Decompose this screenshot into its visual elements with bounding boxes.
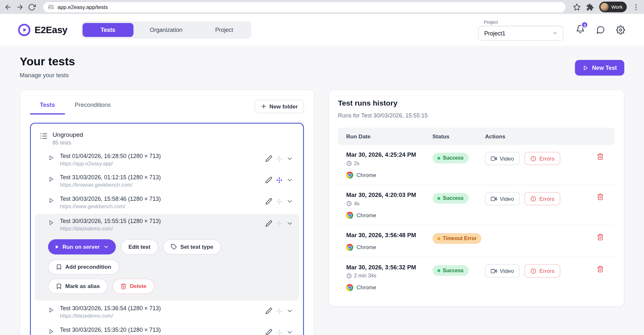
chevron-down-icon[interactable] bbox=[286, 198, 293, 205]
play-icon bbox=[55, 245, 59, 249]
test-group: Ungrouped 85 tests Test 01/04/2026, 16:2… bbox=[30, 123, 304, 335]
delete-run-icon[interactable] bbox=[597, 193, 604, 200]
video-button[interactable]: Video bbox=[485, 192, 520, 205]
chevron-down-icon[interactable] bbox=[103, 244, 109, 250]
toolbar-right: Work bbox=[573, 2, 640, 12]
chrome-icon bbox=[346, 172, 353, 179]
runs-table-header: Run Date Status Actions bbox=[338, 128, 615, 145]
play-icon[interactable] bbox=[48, 198, 54, 204]
tab-tests[interactable]: Tests bbox=[30, 98, 65, 115]
new-test-button[interactable]: New Test bbox=[575, 60, 624, 75]
url-text: app.e2easy.app/tests bbox=[58, 4, 108, 10]
run-row: Mar 30, 2026, 3:56:48 PM Chrome Timeout … bbox=[338, 225, 615, 257]
avatar bbox=[601, 3, 609, 11]
project-select[interactable]: Project1 bbox=[478, 26, 564, 41]
run-on-server-button[interactable]: Run on server bbox=[48, 239, 116, 255]
video-button[interactable]: Video bbox=[485, 152, 520, 165]
status-dot-icon bbox=[437, 237, 440, 240]
selected-test-block: Test 30/03/2026, 15:55:15 (1280 × 713) h… bbox=[35, 214, 299, 301]
reload-icon[interactable] bbox=[28, 3, 36, 11]
profile-chip[interactable]: Work bbox=[599, 2, 627, 12]
new-folder-button[interactable]: New folder bbox=[255, 99, 304, 113]
chrome-icon bbox=[346, 244, 353, 251]
notification-badge: 3 bbox=[581, 21, 588, 28]
errors-button[interactable]: Errors bbox=[525, 264, 560, 277]
runs-title: Test runs history bbox=[338, 99, 615, 107]
bookmark-icon bbox=[56, 264, 62, 270]
run-browser-label: Chrome bbox=[356, 172, 376, 178]
play-icon[interactable] bbox=[48, 307, 54, 313]
add-precondition-button[interactable]: Add precondition bbox=[48, 259, 119, 275]
play-icon[interactable] bbox=[48, 219, 54, 226]
run-browser-label: Chrome bbox=[356, 244, 376, 250]
play-icon[interactable] bbox=[48, 176, 54, 182]
url-bar[interactable]: app.e2easy.app/tests bbox=[43, 2, 566, 12]
nav-tab-project[interactable]: Project bbox=[199, 23, 250, 37]
test-title: Test 30/03/2026, 15:36:54 (1280 × 713) bbox=[60, 305, 265, 312]
alert-icon bbox=[530, 155, 536, 162]
browser-menu-icon[interactable] bbox=[632, 3, 640, 11]
test-url: https://app.e2easy.app/ bbox=[60, 161, 265, 167]
edit-icon[interactable] bbox=[265, 155, 272, 162]
test-title: Test 30/03/2026, 15:55:15 (1280 × 713) bbox=[60, 218, 265, 224]
nav-tab-organization[interactable]: Organization bbox=[133, 23, 199, 37]
brand-logo[interactable]: E2Easy bbox=[18, 24, 67, 36]
errors-button[interactable]: Errors bbox=[525, 152, 560, 165]
extensions-icon[interactable] bbox=[586, 3, 594, 11]
chevron-down-icon[interactable] bbox=[286, 307, 293, 314]
sparkle-icon[interactable] bbox=[276, 198, 282, 204]
site-settings-icon[interactable] bbox=[48, 4, 54, 10]
forward-icon[interactable] bbox=[16, 3, 24, 11]
app-header: E2Easy Tests Organization Project Projec… bbox=[0, 14, 644, 46]
group-header[interactable]: Ungrouped 85 tests bbox=[35, 128, 299, 149]
test-title: Test 30/03/2026, 15:58:46 (1280 × 713) bbox=[60, 195, 265, 202]
status-dot-icon bbox=[437, 269, 440, 272]
notifications-button[interactable]: 3 bbox=[576, 25, 585, 35]
edit-icon[interactable] bbox=[265, 176, 272, 183]
test-url: https://browser.geekbench.com/ bbox=[60, 182, 265, 188]
sparkle-icon[interactable] bbox=[276, 308, 282, 314]
sparkle-icon[interactable] bbox=[276, 177, 282, 183]
delete-test-button[interactable]: Delete bbox=[113, 279, 155, 294]
play-icon[interactable] bbox=[48, 155, 54, 161]
back-icon[interactable] bbox=[4, 3, 12, 11]
test-item[interactable]: Test 01/04/2026, 16:28:50 (1280 × 713) h… bbox=[35, 149, 299, 170]
edit-icon[interactable] bbox=[265, 329, 272, 335]
chevron-down-icon[interactable] bbox=[286, 329, 293, 335]
test-item-selected[interactable]: Test 30/03/2026, 15:55:15 (1280 × 713) h… bbox=[35, 214, 299, 235]
status-badge: Success bbox=[432, 265, 469, 276]
chevron-down-icon[interactable] bbox=[286, 155, 293, 162]
column-run-date: Run Date bbox=[338, 133, 432, 139]
gear-icon[interactable] bbox=[616, 25, 625, 34]
test-item[interactable]: Test 31/03/2026, 01:12:15 (1280 × 713) h… bbox=[35, 170, 299, 191]
screen: app.e2easy.app/tests Work E2Easy bbox=[0, 0, 644, 335]
set-test-type-button[interactable]: Set test type bbox=[163, 239, 221, 255]
test-item[interactable]: Test 30/03/2026, 15:35:20 (1280 × 713) h… bbox=[35, 323, 299, 335]
run-browser-label: Chrome bbox=[356, 284, 376, 291]
errors-button[interactable]: Errors bbox=[525, 192, 560, 205]
list-icon bbox=[40, 132, 48, 140]
edit-icon[interactable] bbox=[265, 307, 272, 314]
chevron-down-icon[interactable] bbox=[286, 176, 293, 183]
delete-run-icon[interactable] bbox=[597, 153, 604, 160]
delete-run-icon[interactable] bbox=[597, 265, 604, 273]
sparkle-icon[interactable] bbox=[276, 220, 282, 227]
test-item[interactable]: Test 30/03/2026, 15:58:46 (1280 × 713) h… bbox=[35, 192, 299, 213]
edit-test-button[interactable]: Edit test bbox=[121, 239, 158, 255]
run-date: Mar 30, 2026, 4:20:03 PM bbox=[346, 192, 432, 198]
delete-run-icon[interactable] bbox=[597, 234, 604, 241]
chat-icon[interactable] bbox=[596, 25, 605, 34]
nav-tab-tests[interactable]: Tests bbox=[82, 23, 133, 37]
test-url: https://blazedemo.com/ bbox=[60, 226, 265, 232]
test-item[interactable]: Test 30/03/2026, 15:36:54 (1280 × 713) h… bbox=[35, 301, 299, 322]
play-icon[interactable] bbox=[48, 328, 54, 334]
sparkle-icon[interactable] bbox=[276, 155, 282, 162]
chevron-down-icon[interactable] bbox=[286, 220, 293, 227]
video-button[interactable]: Video bbox=[485, 264, 520, 277]
mark-as-alias-button[interactable]: Mark as alias bbox=[48, 279, 108, 294]
tab-preconditions[interactable]: Preconditions bbox=[65, 98, 120, 115]
sparkle-icon[interactable] bbox=[276, 329, 282, 335]
bookmark-star-icon[interactable] bbox=[573, 3, 581, 11]
edit-icon[interactable] bbox=[265, 220, 272, 227]
edit-icon[interactable] bbox=[265, 198, 272, 205]
